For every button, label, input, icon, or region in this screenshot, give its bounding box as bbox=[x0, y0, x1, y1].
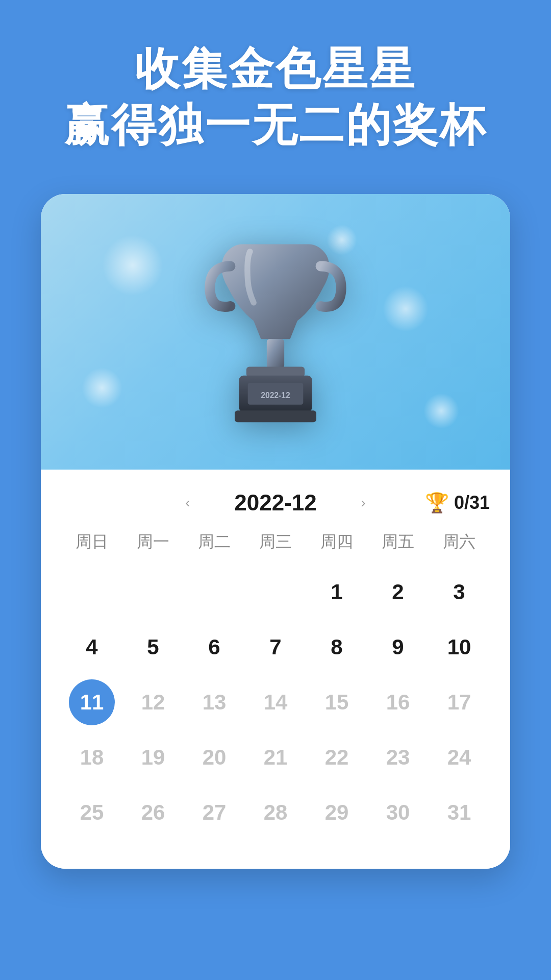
day-cell bbox=[184, 567, 245, 618]
day-cell[interactable]: 23 bbox=[367, 732, 429, 783]
weekday-label: 周五 bbox=[367, 526, 429, 558]
score-text: 0/31 bbox=[454, 492, 490, 513]
day-cell[interactable]: 15 bbox=[306, 677, 367, 728]
day-cell[interactable]: 14 bbox=[245, 677, 306, 728]
weekday-label: 周三 bbox=[245, 526, 306, 558]
day-cell[interactable]: 7 bbox=[245, 622, 306, 673]
day-cell[interactable]: 24 bbox=[429, 732, 490, 783]
weekday-label: 周六 bbox=[429, 526, 490, 558]
svg-rect-1 bbox=[246, 367, 305, 377]
day-cell[interactable]: 18 bbox=[61, 732, 122, 783]
day-cell[interactable]: 13 bbox=[184, 677, 245, 728]
next-month-button[interactable]: › bbox=[352, 492, 374, 514]
day-cell[interactable]: 12 bbox=[122, 677, 184, 728]
days-grid: 1234567891011121314151617181920212223242… bbox=[61, 567, 490, 838]
day-cell[interactable]: 8 bbox=[306, 622, 367, 673]
day-cell[interactable]: 3 bbox=[429, 567, 490, 618]
calendar-header: ‹ 2022-12 › 🏆 0/31 bbox=[61, 470, 490, 526]
main-card: 2022-12 ‹ 2022-12 › 🏆 0/31 周日周一周二周三周四周五周… bbox=[41, 194, 510, 869]
svg-text:2022-12: 2022-12 bbox=[261, 391, 290, 400]
day-cell[interactable]: 19 bbox=[122, 732, 184, 783]
weekday-label: 周日 bbox=[61, 526, 122, 558]
weekday-label: 周四 bbox=[306, 526, 367, 558]
trophy-small-icon: 🏆 bbox=[425, 492, 449, 514]
month-label: 2022-12 bbox=[219, 490, 332, 516]
trophy-container: 2022-12 bbox=[199, 230, 352, 434]
day-cell bbox=[61, 567, 122, 618]
header-title: 收集金色星星 赢得独一无二的奖杯 bbox=[64, 41, 487, 153]
day-cell[interactable]: 1 bbox=[306, 567, 367, 618]
weekday-label: 周二 bbox=[184, 526, 245, 558]
calendar-section: ‹ 2022-12 › 🏆 0/31 周日周一周二周三周四周五周六 123456… bbox=[41, 470, 510, 869]
weekday-label: 周一 bbox=[122, 526, 184, 558]
day-cell bbox=[122, 567, 184, 618]
trophy-badge: 🏆 0/31 bbox=[425, 492, 490, 514]
svg-rect-3 bbox=[235, 410, 316, 422]
day-cell[interactable]: 28 bbox=[245, 787, 306, 838]
header-line1: 收集金色星星 bbox=[64, 41, 487, 97]
day-cell[interactable]: 11 bbox=[69, 679, 115, 725]
day-cell[interactable]: 29 bbox=[306, 787, 367, 838]
day-cell[interactable]: 17 bbox=[429, 677, 490, 728]
day-cell[interactable]: 6 bbox=[184, 622, 245, 673]
day-cell[interactable]: 25 bbox=[61, 787, 122, 838]
svg-rect-0 bbox=[267, 339, 284, 368]
day-cell[interactable]: 9 bbox=[367, 622, 429, 673]
day-cell[interactable]: 20 bbox=[184, 732, 245, 783]
day-cell bbox=[245, 567, 306, 618]
header-line2: 赢得独一无二的奖杯 bbox=[64, 97, 487, 153]
trophy-icon: 2022-12 bbox=[199, 230, 352, 434]
day-cell[interactable]: 2 bbox=[367, 567, 429, 618]
weekday-row: 周日周一周二周三周四周五周六 bbox=[61, 526, 490, 558]
day-cell[interactable]: 10 bbox=[429, 622, 490, 673]
day-cell[interactable]: 5 bbox=[122, 622, 184, 673]
day-cell[interactable]: 31 bbox=[429, 787, 490, 838]
trophy-section: 2022-12 bbox=[41, 194, 510, 470]
day-cell[interactable]: 22 bbox=[306, 732, 367, 783]
calendar-grid: 周日周一周二周三周四周五周六 1234567891011121314151617… bbox=[61, 526, 490, 838]
day-cell[interactable]: 27 bbox=[184, 787, 245, 838]
prev-month-button[interactable]: ‹ bbox=[177, 492, 199, 514]
day-cell[interactable]: 21 bbox=[245, 732, 306, 783]
day-cell[interactable]: 4 bbox=[61, 622, 122, 673]
day-cell[interactable]: 16 bbox=[367, 677, 429, 728]
month-nav: ‹ 2022-12 › bbox=[177, 490, 374, 516]
day-cell[interactable]: 30 bbox=[367, 787, 429, 838]
day-cell[interactable]: 26 bbox=[122, 787, 184, 838]
